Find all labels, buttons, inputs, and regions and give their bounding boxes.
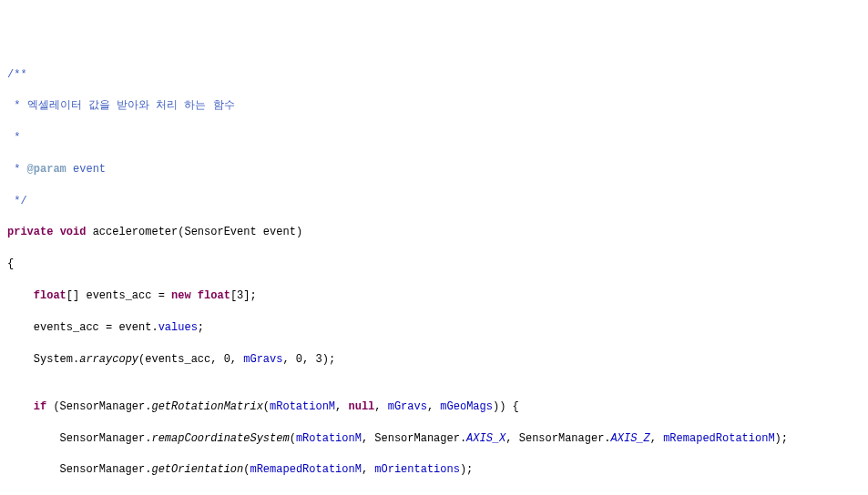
keyword-float: float <box>198 289 230 302</box>
code-text: ( <box>290 432 296 445</box>
code-text: (SensorManager. <box>46 400 151 413</box>
code-text <box>7 400 34 413</box>
code-line: * <box>7 130 861 146</box>
code-text: accelerometer(SensorEvent event) <box>86 226 302 238</box>
code-text: events_acc = event. <box>7 321 158 334</box>
code-text <box>191 289 198 302</box>
javadoc-text: * <box>7 163 27 176</box>
javadoc-text: * 엑셀레이터 값을 받아와 처리 하는 함수 <box>7 99 235 112</box>
code-text: , <box>374 400 387 413</box>
code-line: float[] events_acc = new float[3]; <box>7 288 861 304</box>
code-text: , <box>427 400 440 413</box>
code-text: , <box>335 400 348 413</box>
code-text: ); <box>460 463 473 476</box>
code-line: /** <box>7 67 861 83</box>
code-text <box>53 226 59 238</box>
code-text: [3]; <box>230 289 257 302</box>
static-field: AXIS_X <box>466 432 505 445</box>
code-text: { <box>7 258 14 270</box>
field: mRotationM <box>270 400 335 413</box>
code-line: System.arraycopy(events_acc, 0, mGravs, … <box>7 352 861 368</box>
code-text: ); <box>775 432 788 445</box>
field: mGravs <box>388 400 427 413</box>
code-text: , SensorManager. <box>362 432 466 445</box>
code-line: private void accelerometer(SensorEvent e… <box>7 225 861 240</box>
keyword-float: float <box>34 289 66 302</box>
keyword-null: null <box>348 400 374 413</box>
code-text: ( <box>263 400 270 413</box>
code-line: { <box>7 257 861 272</box>
field-values: values <box>158 321 198 334</box>
static-method: getRotationMatrix <box>151 400 262 413</box>
code-text: SensorManager. <box>7 432 151 445</box>
field: mGeoMags <box>440 400 493 413</box>
code-text: ; <box>198 321 204 334</box>
field: mRotationM <box>296 432 362 445</box>
javadoc-start: /** <box>7 68 27 81</box>
code-line: * 엑셀레이터 값을 받아와 처리 하는 함수 <box>7 98 861 114</box>
code-line: SensorManager.getOrientation(mRemapedRot… <box>7 462 861 478</box>
code-text: )) { <box>493 400 519 413</box>
field: mRemapedRotationM <box>250 463 361 476</box>
javadoc-tag: @param <box>27 163 66 176</box>
code-text: , <box>650 432 663 445</box>
javadoc-end: */ <box>7 195 27 207</box>
code-line: events_acc = event.values; <box>7 320 861 336</box>
static-method: arraycopy <box>79 353 138 366</box>
code-text: SensorManager. <box>7 463 151 476</box>
keyword-if: if <box>34 400 46 413</box>
code-line: SensorManager.remapCoordinateSystem(mRot… <box>7 431 861 447</box>
code-text: , <box>362 463 374 476</box>
code-line: */ <box>7 194 861 209</box>
code-line: if (SensorManager.getRotationMatrix(mRot… <box>7 399 861 415</box>
javadoc-text: event <box>66 163 106 176</box>
keyword-private: private <box>7 226 53 238</box>
code-text: , 0, 3); <box>282 353 335 366</box>
code-text: System. <box>7 353 79 366</box>
code-line: * @param event <box>7 162 861 177</box>
code-text <box>7 289 34 302</box>
static-field: AXIS_Z <box>611 432 650 445</box>
field: mOrientations <box>374 463 460 476</box>
keyword-new: new <box>171 289 191 302</box>
code-text: [] events_acc = <box>66 289 171 302</box>
javadoc-text: * <box>7 131 20 144</box>
field-mgravs: mGravs <box>243 353 282 366</box>
code-text: , SensorManager. <box>505 432 610 445</box>
static-method: remapCoordinateSystem <box>151 432 289 445</box>
static-method: getOrientation <box>151 463 243 476</box>
keyword-void: void <box>60 226 87 238</box>
code-text: (events_acc, 0, <box>138 353 243 366</box>
field: mRemapedRotationM <box>663 432 774 445</box>
